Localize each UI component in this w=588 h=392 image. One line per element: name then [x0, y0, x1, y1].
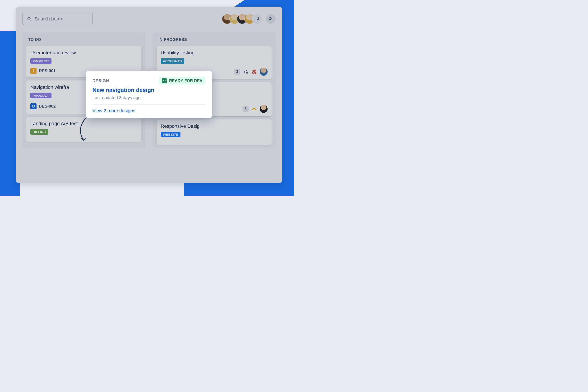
count-badge: 3: [234, 69, 240, 75]
task-id-block: DES-002: [30, 103, 56, 109]
view-more-link[interactable]: View 2 more designs: [93, 108, 206, 113]
status-badge: READY FOR DEV: [159, 77, 206, 84]
svg-point-3: [33, 70, 34, 71]
labels: PRODUCT: [30, 58, 137, 64]
pull-request-icon: [243, 69, 249, 74]
card[interactable]: Landing page A/B test BILLING: [27, 117, 141, 142]
search-input-wrapper[interactable]: [23, 13, 93, 25]
add-member-button[interactable]: [266, 14, 276, 24]
card-title: Landing page A/B test: [30, 121, 137, 126]
labels: BILLING: [30, 129, 137, 135]
svg-rect-5: [32, 105, 34, 107]
card-title: Responsive Desig: [161, 124, 268, 129]
labels: ACCOUNTS: [161, 58, 268, 64]
task-id: DES-002: [39, 104, 56, 109]
card-meta: 3: [243, 105, 268, 113]
popover-header: DESIGN READY FOR DEV: [93, 77, 206, 84]
design-popover[interactable]: DESIGN READY FOR DEV New navigation desi…: [86, 71, 212, 118]
popover-title[interactable]: New navigation design: [93, 87, 206, 94]
search-icon: [27, 16, 32, 22]
priority-medium-icon: [251, 106, 257, 112]
code-icon: [162, 78, 167, 83]
assignee-avatar[interactable]: [260, 68, 268, 76]
column-title: IN PROGRESS: [157, 38, 272, 42]
commit-icon: [30, 68, 37, 74]
avatar-group: +3: [224, 14, 262, 24]
labels: WEBSITE: [161, 132, 268, 137]
card[interactable]: Responsive Desig WEBSITE: [157, 120, 272, 145]
count-badge: 3: [243, 106, 249, 112]
task-id-block: DES-001: [30, 68, 56, 74]
search-input[interactable]: [35, 16, 89, 22]
story-icon: [30, 103, 37, 109]
label-website[interactable]: WEBSITE: [161, 132, 180, 137]
column-title: TO DO: [27, 38, 141, 42]
card-meta: 3: [234, 68, 268, 76]
avatar-overflow[interactable]: +3: [252, 14, 262, 24]
svg-line-1: [30, 20, 31, 20]
label-billing[interactable]: BILLING: [30, 129, 48, 135]
top-bar: +3: [23, 13, 276, 25]
divider: [93, 104, 206, 104]
label-product[interactable]: PRODUCT: [30, 93, 52, 98]
popover-subtitle: Last updated 3 days ago: [93, 95, 206, 100]
assignee-avatar[interactable]: [260, 105, 268, 113]
popover-overline: DESIGN: [93, 78, 109, 83]
add-person-icon: [268, 16, 273, 22]
card-title: Usability testing: [161, 50, 268, 56]
card-title: User interface review: [30, 50, 137, 56]
priority-highest-icon: [251, 69, 257, 74]
board-members: +3: [224, 14, 276, 24]
task-id: DES-001: [39, 68, 56, 73]
label-accounts[interactable]: ACCOUNTS: [161, 58, 184, 64]
status-text: READY FOR DEV: [169, 78, 202, 83]
label-product[interactable]: PRODUCT: [30, 58, 52, 64]
